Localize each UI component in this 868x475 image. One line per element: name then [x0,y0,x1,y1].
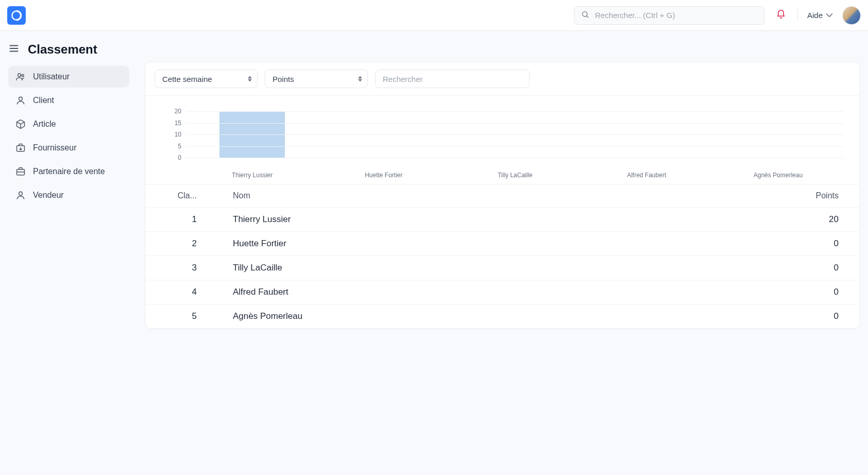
cell-rank: 2 [166,239,217,249]
help-menu[interactable]: Aide [807,11,833,20]
user-icon [15,190,26,200]
top-navbar: Aide [0,0,868,31]
period-value: Cette semaine [162,75,212,83]
help-label: Aide [807,11,823,20]
cell-points: 20 [761,214,839,225]
svg-point-1 [583,11,587,16]
leaderboard-table: Cla... Nom Points 1Thierry Lussier202Hue… [145,184,859,329]
page-header: Classement [0,31,868,62]
sidebar: Utilisateur Client Article Fournisseur P… [8,62,129,329]
chart-area: 05101520 Thierry LussierHuette FortierTi… [145,96,859,184]
svg-point-7 [22,74,24,76]
y-tick: 10 [175,131,181,138]
cell-rank: 4 [166,287,217,297]
global-search[interactable] [574,6,764,25]
y-tick: 20 [175,108,181,115]
briefcase-down-icon [15,143,26,153]
divider [797,9,798,22]
cell-points: 0 [761,287,839,297]
table-row[interactable]: 3Tilly LaCaille0 [145,256,859,280]
chart-plot [186,111,844,158]
table-row[interactable]: 5Agnès Pomerleau0 [145,304,859,329]
search-icon [581,10,589,21]
chart-x-labels: Thierry LussierHuette FortierTilly LaCai… [186,172,844,179]
box-icon [15,119,26,129]
svg-point-11 [19,192,23,195]
sidebar-item-label: Client [33,96,54,105]
svg-point-6 [18,74,21,77]
x-label: Agnès Pomerleau [712,172,844,179]
sidebar-item-utilisateur[interactable]: Utilisateur [8,66,129,88]
filter-search-input[interactable] [375,70,530,88]
users-icon [15,72,26,82]
chevron-down-icon [826,12,833,19]
sidebar-item-fournisseur[interactable]: Fournisseur [8,137,129,159]
y-tick: 15 [175,120,181,127]
menu-toggle[interactable] [8,43,20,56]
cell-name: Alfred Faubert [217,287,761,297]
sidebar-item-article[interactable]: Article [8,113,129,135]
y-tick: 0 [178,154,181,161]
period-select[interactable]: Cette semaine [155,70,258,88]
notifications-button[interactable] [774,9,788,22]
cell-rank: 1 [166,214,217,225]
metric-value: Points [273,75,294,83]
cell-name: Tilly LaCaille [217,263,761,273]
sidebar-item-label: Vendeur [33,191,64,200]
table-row[interactable]: 1Thierry Lussier20 [145,208,859,232]
table-row[interactable]: 2Huette Fortier0 [145,232,859,256]
col-points-header[interactable]: Points [761,191,839,200]
briefcase-icon [15,166,26,177]
cell-rank: 3 [166,263,217,273]
cell-rank: 5 [166,311,217,321]
global-search-input[interactable] [574,6,764,25]
user-avatar[interactable] [842,6,861,25]
cell-name: Huette Fortier [217,239,761,249]
sidebar-item-vendeur[interactable]: Vendeur [8,184,129,206]
page-title: Classement [28,42,97,57]
sidebar-item-client[interactable]: Client [8,90,129,111]
svg-line-2 [587,16,588,18]
bell-icon [776,9,786,20]
hamburger-icon [8,43,20,54]
sidebar-item-label: Utilisateur [33,72,70,81]
content-panel: Cette semaine Points 05101520 [145,62,860,329]
chart-y-axis: 05101520 [161,111,186,158]
sort-icon [248,76,252,82]
cell-points: 0 [761,311,839,321]
svg-point-8 [19,97,23,100]
cell-points: 0 [761,263,839,273]
cell-name: Thierry Lussier [217,214,761,225]
metric-select[interactable]: Points [265,70,368,88]
user-icon [15,95,26,106]
app-logo[interactable] [7,6,26,25]
table-row[interactable]: 4Alfred Faubert0 [145,280,859,304]
x-label: Tilly LaCaille [449,172,581,179]
cell-name: Agnès Pomerleau [217,311,761,321]
sidebar-item-partenaire[interactable]: Partenaire de vente [8,161,129,182]
col-name-header[interactable]: Nom [217,191,761,200]
sidebar-item-label: Partenaire de vente [33,167,105,176]
sort-icon [358,76,362,82]
cell-points: 0 [761,239,839,249]
x-label: Huette Fortier [318,172,449,179]
x-label: Thierry Lussier [186,172,318,179]
col-rank-header[interactable]: Cla... [166,191,217,200]
sidebar-item-label: Article [33,120,56,129]
sidebar-item-label: Fournisseur [33,143,76,152]
y-tick: 5 [178,143,181,150]
x-label: Alfred Faubert [581,172,712,179]
table-header: Cla... Nom Points [145,184,859,208]
filters-bar: Cette semaine Points [145,62,859,96]
